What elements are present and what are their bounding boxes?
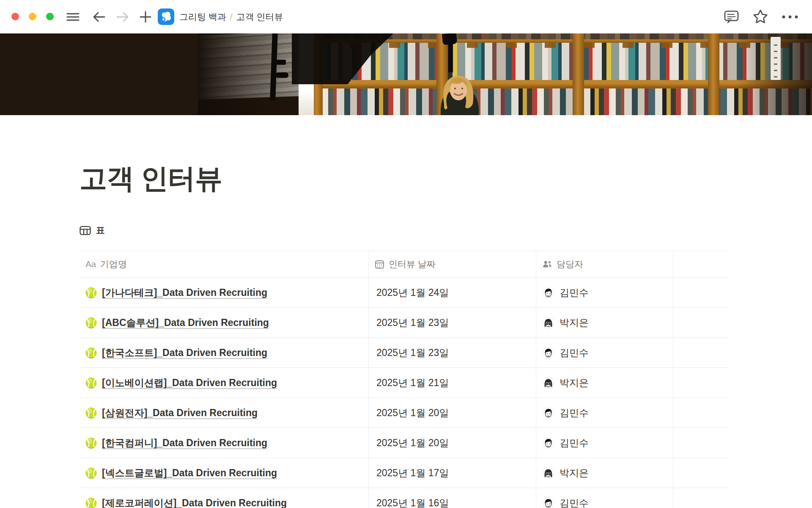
male-avatar-icon [542,497,554,508]
page-link[interactable]: [제로코퍼레이션]_Data Driven Recruiting [102,497,287,508]
empty-cell[interactable] [673,308,730,337]
table-row[interactable]: [넥스트글로벌]_Data Driven Recruiting 2025년 1월… [80,458,730,488]
assignee-cell[interactable]: 김민수 [536,278,673,307]
back-arrow-icon[interactable] [90,0,108,33]
interview-date: 2025년 1월 24일 [376,286,449,299]
zoom-window-button[interactable] [46,13,54,20]
column-header-assignee[interactable]: 담당자 [536,251,673,277]
assignee-cell[interactable]: 김민수 [536,338,673,367]
male-avatar-icon [542,287,554,299]
male-avatar-icon [542,407,554,419]
minimize-window-button[interactable] [29,13,36,20]
interview-date-cell[interactable]: 2025년 1월 24일 [369,278,536,307]
people-icon [542,260,552,269]
woman-portrait [428,68,491,115]
menu-icon[interactable] [63,0,82,33]
page-link[interactable]: [한국소프트]_Data Driven Recruiting [102,346,267,359]
breadcrumb-separator: / [230,12,233,22]
page-cover-image[interactable] [0,33,812,115]
interview-date-cell[interactable]: 2025년 1월 16일 [369,488,536,508]
column-label: 인터뷰 날짜 [389,258,436,270]
interview-date-cell[interactable]: 2025년 1월 21일 [369,368,536,398]
interview-date: 2025년 1월 16일 [376,497,449,508]
breadcrumb-parent[interactable]: 그리팅 백과 [179,11,226,23]
empty-cell[interactable] [673,338,730,367]
male-avatar-icon [542,437,554,449]
interview-date: 2025년 1월 21일 [376,376,449,389]
page-link[interactable]: [넥스트글로벌]_Data Driven Recruiting [102,467,277,480]
empty-cell[interactable] [673,398,730,428]
table-row[interactable]: [삼원전자]_Data Driven Recruiting 2025년 1월 2… [80,398,730,428]
app-logo-icon[interactable] [156,0,175,33]
more-ellipsis-icon[interactable] [779,0,801,33]
assignee-cell[interactable]: 박지은 [536,458,673,488]
plus-icon[interactable] [136,0,155,33]
empty-cell[interactable] [673,488,730,508]
female-avatar-icon [542,377,554,389]
table-row[interactable]: [한국컴퍼니]_Data Driven Recruiting 2025년 1월 … [80,428,730,458]
interview-date-cell[interactable]: 2025년 1월 17일 [369,458,536,488]
assignee-name: 박지은 [560,376,589,389]
page-link[interactable]: [삼원전자]_Data Driven Recruiting [102,406,258,420]
tab-table-view[interactable]: 표 [80,224,105,236]
column-label: 기업명 [100,258,127,270]
column-label: 담당자 [557,258,583,270]
interview-date-cell[interactable]: 2025년 1월 23일 [369,338,536,367]
page-link[interactable]: [한국컴퍼니]_Data Driven Recruiting [102,436,267,450]
interview-date: 2025년 1월 20일 [376,436,449,450]
assignee-cell[interactable]: 김민수 [536,428,673,458]
tennis-ball-icon [85,317,97,329]
assignee-name: 김민수 [560,497,589,508]
table-row[interactable]: [한국소프트]_Data Driven Recruiting 2025년 1월 … [80,338,730,368]
assignee-name: 김민수 [560,286,589,299]
table-row[interactable]: [제로코퍼레이션]_Data Driven Recruiting 2025년 1… [80,488,730,508]
star-icon[interactable] [749,0,771,33]
page-link[interactable]: [이노베이션랩]_Data Driven Recruiting [102,376,277,389]
empty-cell[interactable] [673,368,730,398]
empty-cell[interactable] [673,428,730,458]
forward-arrow-icon[interactable] [113,0,132,33]
assignee-cell[interactable]: 김민수 [536,488,673,508]
database-table: Aa 기업명 인터뷰 날짜 [80,251,730,508]
notion-window: 그리팅 백과 / 고객 인터뷰 [0,0,812,508]
calendar-icon [375,260,384,269]
interview-date: 2025년 1월 17일 [376,467,449,480]
table-row[interactable]: [ABC솔루션]_Data Driven Recruiting 2025년 1월… [80,308,730,338]
interview-date-cell[interactable]: 2025년 1월 20일 [369,428,536,458]
page-link[interactable]: [ABC솔루션]_Data Driven Recruiting [102,316,269,329]
assignee-cell[interactable]: 박지은 [536,368,673,398]
assignee-cell[interactable]: 박지은 [536,308,673,337]
assignee-cell[interactable]: 김민수 [536,398,673,428]
table-row[interactable]: [가나다테크]_Data Driven Recruiting 2025년 1월 … [80,278,730,308]
column-header-date[interactable]: 인터뷰 날짜 [369,251,536,277]
interview-date-cell[interactable]: 2025년 1월 20일 [369,398,536,428]
tennis-ball-icon [85,467,97,479]
tennis-ball-icon [85,287,97,298]
column-header-company[interactable]: Aa 기업명 [80,251,369,277]
tennis-ball-icon [85,347,97,359]
empty-cell[interactable] [673,458,730,488]
assignee-name: 박지은 [560,467,589,480]
close-window-button[interactable] [11,13,19,20]
column-header-empty[interactable] [673,251,730,277]
shelf-label-sign [771,37,781,80]
page-link[interactable]: [가나다테크]_Data Driven Recruiting [102,286,267,299]
interview-date-cell[interactable]: 2025년 1월 23일 [369,308,536,337]
tennis-ball-icon [85,497,97,508]
female-avatar-icon [542,467,554,479]
interview-date: 2025년 1월 23일 [376,316,449,329]
table-header-row: Aa 기업명 인터뷰 날짜 [80,251,730,278]
female-avatar-icon [542,317,554,329]
page-title: 고객 인터뷰 [80,160,222,197]
breadcrumb-current[interactable]: 고객 인터뷰 [236,11,283,23]
tennis-ball-icon [85,437,97,449]
tennis-ball-icon [85,407,97,419]
table-row[interactable]: [이노베이션랩]_Data Driven Recruiting 2025년 1월… [80,368,730,398]
assignee-name: 박지은 [560,316,589,329]
table-view-icon [80,225,91,236]
window-controls [11,13,54,20]
breadcrumb: 그리팅 백과 / 고객 인터뷰 [179,0,283,33]
empty-cell[interactable] [673,278,730,307]
comment-icon[interactable] [720,0,742,33]
interview-date: 2025년 1월 20일 [376,406,449,420]
